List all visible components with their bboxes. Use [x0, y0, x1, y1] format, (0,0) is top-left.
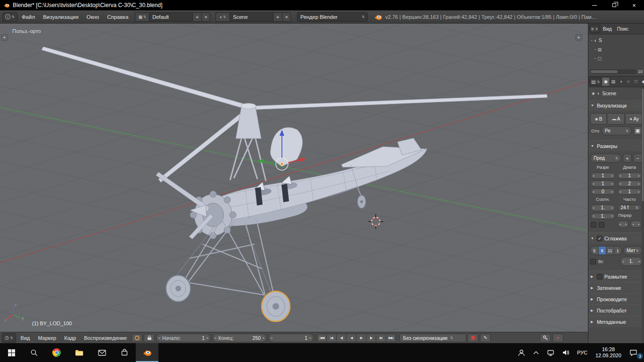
pin-icon[interactable]: ◈	[592, 91, 595, 96]
record-button[interactable]	[468, 334, 479, 342]
start-button[interactable]	[0, 343, 23, 362]
jump-to-end-button[interactable]: ▶▶|	[386, 334, 396, 342]
panel-grip-icon[interactable]: ····	[634, 286, 642, 290]
editor-type-button-timeline[interactable]: ◷ ⇅	[2, 333, 16, 343]
scene-delete-button[interactable]: ×	[282, 12, 291, 22]
play-button[interactable]: ▶	[356, 334, 366, 342]
file-explorer-button[interactable]	[68, 343, 91, 362]
remap-new-field[interactable]	[630, 221, 642, 228]
viewport-3d[interactable]: x y z Польз.-орто (1) BY_LOD_100 + +	[0, 24, 588, 332]
tab-modifiers[interactable]: ◆	[640, 78, 644, 86]
motion-blur-checkbox[interactable]	[597, 274, 603, 280]
lock-button[interactable]	[144, 334, 155, 342]
search-button[interactable]	[23, 343, 45, 362]
outliner-menu-view[interactable]: Вид	[601, 24, 614, 33]
preview-range-button[interactable]	[132, 334, 142, 342]
layout-name-field[interactable]: Default	[149, 12, 192, 22]
editor-type-button-properties[interactable]: ▤ ⇅	[589, 77, 602, 86]
tab-render[interactable]: ◉	[602, 78, 609, 86]
filter-size-field[interactable]: 1.	[620, 257, 642, 266]
restore-button[interactable]	[604, 0, 624, 10]
scene-name-field[interactable]: Scene	[230, 12, 273, 22]
scrollbar-thumb[interactable]	[642, 89, 644, 201]
panel-grip-icon[interactable]: ····	[634, 274, 642, 279]
panel-grip-icon[interactable]: ····	[634, 308, 642, 313]
panel-header-render[interactable]: ▼ Визуализаци ····	[588, 99, 644, 111]
scene-browse-button[interactable]: ◐ ⇅	[215, 12, 230, 22]
border-checkbox[interactable]	[591, 222, 596, 228]
outliner-item[interactable]: • ▢	[588, 54, 644, 63]
render-button[interactable]: ◉ В	[590, 113, 607, 124]
properties-scrollbar[interactable]	[642, 87, 644, 343]
layout-browse-button[interactable]: ▦ ⇅	[135, 12, 149, 22]
outliner-item[interactable]: • ▤	[588, 45, 644, 54]
prev-frame-button[interactable]: ◀|	[337, 334, 347, 342]
panel-grip-icon[interactable]: ····	[634, 103, 642, 108]
remap-old-field[interactable]	[618, 221, 629, 228]
outliner-menu-search[interactable]: Поис	[615, 24, 631, 33]
aspect-y-field[interactable]: 1.	[591, 213, 615, 220]
aa-samples-8-button[interactable]: 8	[599, 246, 607, 255]
aspect-x-field[interactable]: 1.	[591, 205, 615, 211]
preset-remove-button[interactable]: −	[633, 154, 642, 163]
timeline-menu-playback[interactable]: Воспроизведение	[81, 333, 130, 343]
timeline-menu-view[interactable]: Вид	[17, 333, 33, 343]
toolshelf-expand-button[interactable]: +	[1, 34, 8, 41]
editor-type-button-info[interactable]: i ⇅	[2, 12, 17, 22]
panel-header-shading[interactable]: ▶ Затенение ····	[588, 282, 644, 293]
language-indicator[interactable]: РУС	[573, 343, 591, 362]
outliner-scrollbar[interactable]	[590, 69, 636, 74]
fps-dropdown[interactable]: 24 f ⇅	[618, 205, 642, 211]
keying-set-button[interactable]	[540, 334, 551, 342]
layout-add-button[interactable]: +	[192, 12, 201, 22]
menu-window[interactable]: Окно	[83, 12, 103, 22]
prev-keyframe-button[interactable]: |◀	[327, 334, 337, 342]
clock[interactable]: 16:28 12.09.2020	[591, 346, 626, 359]
next-frame-button[interactable]: |▶	[366, 334, 376, 342]
crop-checkbox[interactable]	[599, 222, 604, 228]
blender-taskbar-button[interactable]	[136, 343, 158, 362]
antialiasing-checkbox[interactable]	[597, 236, 603, 241]
store-button[interactable]	[113, 343, 136, 362]
resolution-x-field[interactable]: 1	[591, 173, 615, 179]
resolution-percent-field[interactable]: 0	[591, 189, 615, 195]
current-frame-field[interactable]: 1	[268, 334, 314, 342]
panel-header-post-processing[interactable]: ▶ Постобработ ····	[588, 304, 644, 316]
frame-step-field[interactable]: 1	[618, 189, 642, 195]
people-button[interactable]	[514, 343, 529, 362]
frame-start-field[interactable]: 1	[618, 173, 642, 179]
start-frame-field[interactable]: Начало: 1	[156, 334, 211, 342]
menu-render[interactable]: Визуализация	[39, 12, 82, 22]
end-frame-field[interactable]: Конец: 250	[212, 334, 267, 342]
scene-add-button[interactable]: +	[273, 12, 282, 22]
aa-samples-11-button[interactable]: 11	[606, 246, 614, 255]
aa-filter-dropdown[interactable]: Мит ⇅	[623, 246, 642, 255]
browser-button[interactable]	[45, 343, 68, 362]
next-keyframe-button[interactable]: ▶|	[376, 334, 386, 342]
audio-button[interactable]: ◄ Ау	[626, 113, 642, 124]
close-button[interactable]: ×	[624, 0, 644, 10]
mail-button[interactable]	[91, 343, 113, 362]
editor-type-button-outliner[interactable]: ≡ ⇅	[589, 25, 600, 33]
render-engine-dropdown[interactable]: Рендер Blender ⇅	[297, 12, 368, 22]
outliner-item[interactable]: • ◐ S	[588, 36, 644, 45]
panel-header-performance[interactable]: ▶ Производите ····	[588, 293, 644, 304]
play-reverse-button[interactable]: ◀	[347, 334, 356, 342]
network-button[interactable]	[543, 343, 558, 362]
layout-delete-button[interactable]: ×	[201, 12, 210, 22]
panel-grip-icon[interactable]: ····	[634, 320, 642, 324]
auto-keyframe-button[interactable]: ✎	[480, 334, 491, 342]
image-button[interactable]: ▣	[633, 126, 642, 135]
timeline-menu-frame[interactable]: Кадр	[61, 333, 79, 343]
preset-add-button[interactable]: +	[623, 154, 632, 163]
jump-to-start-button[interactable]: |◀◀	[317, 334, 327, 342]
panel-grip-icon[interactable]: ····	[634, 236, 642, 241]
aa-samples-16-button[interactable]: 1	[614, 246, 622, 255]
scrollbar-thumb[interactable]	[591, 70, 618, 73]
action-center-button[interactable]: 3	[626, 343, 644, 362]
timeline-menu-marker[interactable]: Маркер	[35, 333, 60, 343]
sidebar-expand-button[interactable]: +	[575, 34, 582, 41]
menu-help[interactable]: Справка	[103, 12, 132, 22]
sync-mode-dropdown[interactable]: Без синхронизации ⇅	[399, 334, 466, 342]
tab-render-layers[interactable]: ▤	[610, 78, 617, 86]
